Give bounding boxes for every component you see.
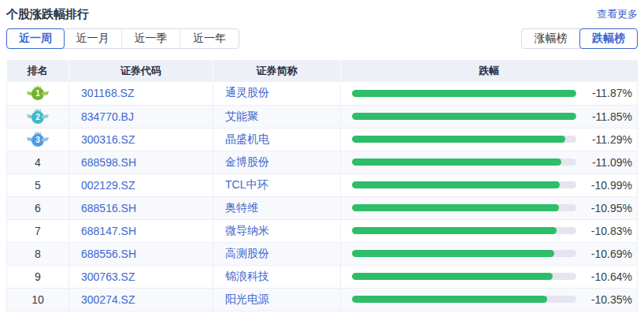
stock-code[interactable]: 300763.SZ — [69, 265, 213, 288]
change-cell: -11.09% — [341, 151, 638, 173]
table-row: 5 002129.SZ TCL中环 -10.99% — [7, 173, 638, 196]
stock-name[interactable]: 锦浪科技 — [213, 265, 341, 288]
stock-code[interactable]: 300316.SZ — [69, 128, 213, 151]
rank-cell: 7 — [7, 219, 69, 242]
rank-medal-icon: 3 — [26, 132, 50, 147]
change-bar-fill — [352, 181, 560, 188]
change-bar-fill — [352, 90, 576, 97]
table-header: 排名证券代码证券简称跌幅 — [7, 60, 638, 82]
table-row: 9 300763.SZ 锦浪科技 -10.64% — [7, 265, 638, 288]
stock-code[interactable]: 002129.SZ — [69, 173, 213, 196]
change-bar-fill — [352, 250, 554, 257]
controls-row: 近一周近一月近一季近一年 涨幅榜跌幅榜 — [6, 28, 638, 49]
table-row: 4 688598.SH 金博股份 -11.09% — [7, 151, 638, 173]
table-row: 6 688516.SH 奥特维 -10.95% — [7, 196, 638, 219]
stock-code[interactable]: 688556.SH — [69, 242, 213, 265]
change-bar-track — [352, 90, 576, 97]
table-row: 2 834770.BJ 艾能聚 -11.85% — [7, 105, 638, 128]
change-bar-fill — [352, 273, 553, 280]
change-bar-track — [352, 296, 576, 303]
change-cell: -10.35% — [341, 288, 638, 311]
stock-name[interactable]: 阳光电源 — [213, 288, 341, 311]
change-bar-fill — [352, 296, 547, 303]
change-bar-fill — [352, 113, 576, 120]
stock-code[interactable]: 301168.SZ — [69, 82, 213, 105]
rank-medal-icon: 2 — [26, 109, 50, 125]
rank-cell: 10 — [7, 288, 69, 311]
stock-code[interactable]: 688598.SH — [69, 151, 213, 173]
stock-name[interactable]: TCL中环 — [213, 173, 341, 196]
panel-header: 个股涨跌幅排行 查看更多 — [6, 5, 638, 24]
board-toggle: 涨幅榜跌幅榜 — [521, 28, 638, 49]
change-percent: -11.87% — [583, 87, 632, 99]
change-cell: -11.29% — [341, 128, 638, 151]
rank-cell: 5 — [7, 173, 69, 196]
period-tab-3[interactable]: 近一年 — [180, 29, 239, 48]
stock-name[interactable]: 高测股份 — [213, 242, 341, 265]
change-bar-track — [352, 113, 576, 120]
stock-name[interactable]: 艾能聚 — [213, 105, 341, 128]
board-tab-1[interactable]: 跌幅榜 — [579, 28, 638, 49]
table-row: 7 688147.SH 微导纳米 -10.83% — [7, 219, 638, 242]
change-cell: -11.85% — [341, 105, 638, 128]
change-percent: -11.29% — [583, 133, 632, 146]
change-percent: -10.99% — [583, 179, 632, 192]
rank-cell: 9 — [7, 265, 69, 288]
change-bar-track — [352, 181, 576, 188]
change-bar-fill — [352, 204, 559, 211]
change-bar-track — [352, 204, 576, 211]
stock-name[interactable]: 金博股份 — [213, 151, 341, 173]
change-bar-track — [352, 158, 576, 166]
change-bar-fill — [352, 136, 565, 143]
view-more-link[interactable]: 查看更多 — [597, 7, 638, 21]
page-title: 个股涨跌幅排行 — [6, 7, 89, 22]
change-percent: -10.64% — [583, 270, 632, 283]
change-percent: -10.95% — [583, 202, 632, 214]
change-bar-track — [352, 273, 576, 280]
rank-cell: 1 — [7, 82, 69, 105]
change-cell: -10.64% — [341, 265, 638, 288]
change-cell: -11.87% — [341, 82, 638, 105]
change-cell: -10.83% — [341, 219, 638, 242]
change-cell: -10.69% — [341, 242, 638, 265]
rank-cell: 2 — [7, 105, 69, 128]
stock-name[interactable]: 微导纳米 — [213, 219, 341, 242]
rank-cell: 6 — [7, 196, 69, 219]
change-cell: -10.95% — [341, 196, 638, 219]
ranking-table: 排名证券代码证券简称跌幅 1 301168.SZ 通灵股份 -11.87% 2 … — [6, 60, 638, 311]
period-tab-0[interactable]: 近一周 — [6, 28, 65, 49]
rank-cell: 8 — [7, 242, 69, 265]
change-bar-fill — [352, 158, 561, 166]
change-percent: -11.09% — [583, 156, 632, 169]
stock-code[interactable]: 300274.SZ — [69, 288, 213, 311]
table-row: 3 300316.SZ 晶盛机电 -11.29% — [7, 128, 638, 151]
table-row: 8 688556.SH 高测股份 -10.69% — [7, 242, 638, 265]
rank-medal-icon: 1 — [26, 85, 50, 101]
change-cell: -10.99% — [341, 173, 638, 196]
stock-name[interactable]: 晶盛机电 — [213, 128, 341, 151]
period-tab-1[interactable]: 近一月 — [64, 29, 122, 48]
change-percent: -11.85% — [583, 110, 632, 123]
column-header: 跌幅 — [341, 60, 638, 82]
rank-cell: 3 — [7, 128, 69, 151]
stock-code[interactable]: 688516.SH — [69, 196, 213, 219]
stock-name[interactable]: 奥特维 — [213, 196, 341, 219]
table-row: 10 300274.SZ 阳光电源 -10.35% — [7, 288, 638, 311]
stock-code[interactable]: 834770.BJ — [69, 105, 213, 128]
column-header: 证券简称 — [213, 60, 341, 82]
rank-cell: 4 — [7, 151, 69, 173]
period-tabs: 近一周近一月近一季近一年 — [6, 28, 239, 49]
stock-name[interactable]: 通灵股份 — [213, 82, 341, 105]
period-tab-2[interactable]: 近一季 — [122, 29, 180, 48]
change-bar-track — [352, 227, 576, 234]
column-header: 排名 — [7, 60, 69, 82]
change-percent: -10.69% — [583, 248, 632, 260]
change-bar-track — [352, 250, 576, 257]
change-bar-fill — [352, 227, 557, 234]
board-tab-0[interactable]: 涨幅榜 — [522, 29, 580, 48]
stock-code[interactable]: 688147.SH — [69, 219, 213, 242]
table-row: 1 301168.SZ 通灵股份 -11.87% — [7, 82, 638, 105]
change-percent: -10.35% — [583, 293, 632, 306]
change-bar-track — [352, 136, 576, 143]
column-header: 证券代码 — [69, 60, 213, 82]
